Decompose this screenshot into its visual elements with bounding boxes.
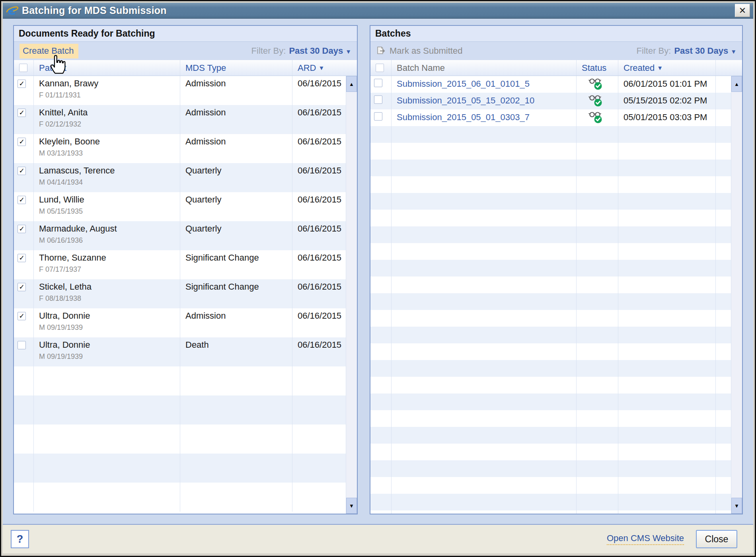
empty-cell xyxy=(618,226,716,243)
patient-demographics: F 07/17/1937 xyxy=(39,265,180,274)
column-header-created[interactable]: Created▼ xyxy=(618,60,716,76)
row-checkbox-cell[interactable]: ✓ xyxy=(14,308,34,337)
scroll-down-button[interactable]: ▼ xyxy=(731,498,742,514)
batches-panel: Batches Mark as Submitted Filter By: Pas… xyxy=(370,25,743,514)
documents-filter-dropdown[interactable]: Past 30 Days▼ xyxy=(289,46,351,56)
mds-type-value: Quarterly xyxy=(185,195,292,205)
documents-panel: Documents Ready for Batching Create Batc… xyxy=(13,25,358,514)
row-checkbox-cell[interactable]: ✓ xyxy=(14,134,34,163)
batches-table-header: Batch Name Status Created▼ xyxy=(370,60,742,76)
row-checkbox[interactable]: ✓ xyxy=(18,167,26,175)
titlebar[interactable]: e Batching for MDS Submission ✕ xyxy=(3,3,753,19)
row-checkbox-cell[interactable]: ✓ xyxy=(14,279,34,308)
document-row[interactable]: ✓Ultra, DonnieM 09/19/1939Admission06/16… xyxy=(14,308,346,337)
row-checkbox[interactable] xyxy=(374,95,382,104)
batch-name-link[interactable]: Submission_2015_06_01_0101_5 xyxy=(397,79,530,89)
row-checkbox-cell[interactable] xyxy=(370,76,392,93)
empty-cell xyxy=(618,243,716,260)
help-button[interactable]: ? xyxy=(11,530,29,548)
row-checkbox[interactable]: ✓ xyxy=(18,225,26,233)
row-end-spacer xyxy=(716,143,731,160)
document-row[interactable]: ✓Knittel, AnitaF 02/12/1932Admission06/1… xyxy=(14,105,346,134)
empty-cell xyxy=(180,395,292,425)
select-all-checkbox[interactable] xyxy=(14,60,34,76)
row-checkbox-cell[interactable] xyxy=(370,93,392,109)
glasses-with-green-check-icon xyxy=(588,78,603,90)
mark-as-submitted-button[interactable]: Mark as Submitted xyxy=(376,46,462,56)
batch-name-cell[interactable]: Submission_2015_06_01_0101_5 xyxy=(392,76,577,93)
document-row[interactable]: ✓Lamascus, TerenceM 04/14/1934Quarterly0… xyxy=(14,163,346,192)
empty-cell xyxy=(577,193,618,210)
empty-row xyxy=(14,395,346,425)
batches-filter-dropdown[interactable]: Past 30 Days▼ xyxy=(674,46,737,56)
row-end-spacer xyxy=(716,310,731,327)
empty-cell xyxy=(618,427,716,444)
empty-row xyxy=(370,427,731,444)
document-row[interactable]: ✓Stickel, LethaF 08/18/1938Significant C… xyxy=(14,279,346,308)
documents-vertical-scrollbar[interactable]: ▲ ▼ xyxy=(346,76,357,514)
empty-row xyxy=(370,277,731,293)
row-checkbox[interactable]: ✓ xyxy=(18,138,26,146)
column-header-batch-name[interactable]: Batch Name xyxy=(392,60,577,76)
empty-row xyxy=(14,483,346,512)
empty-cell xyxy=(577,293,618,310)
mds-type-value: Significant Change xyxy=(185,253,292,263)
empty-cell xyxy=(392,293,577,310)
row-checkbox[interactable] xyxy=(374,112,382,121)
scrollbar-track[interactable] xyxy=(346,92,357,498)
empty-row xyxy=(370,327,731,343)
scroll-up-button[interactable]: ▲ xyxy=(731,76,742,92)
row-checkbox-cell[interactable]: ✓ xyxy=(14,105,34,134)
document-row[interactable]: ✓Marmaduke, AugustM 06/16/1936Quarterly0… xyxy=(14,221,346,250)
row-checkbox[interactable]: ✓ xyxy=(18,283,26,291)
column-header-spacer xyxy=(716,60,742,76)
scroll-up-button[interactable]: ▲ xyxy=(346,76,357,92)
column-header-mds-type[interactable]: MDS Type xyxy=(180,60,292,76)
row-checkbox[interactable]: ✓ xyxy=(18,254,26,262)
batch-row[interactable]: Submission_2015_05_15_0202_10 05/15/2015… xyxy=(370,93,731,109)
document-row[interactable]: ✓Kleylein, BooneM 03/13/1933Admission06/… xyxy=(14,134,346,163)
row-checkbox[interactable]: ✓ xyxy=(18,312,26,320)
row-checkbox-cell[interactable] xyxy=(14,337,34,366)
row-checkbox[interactable] xyxy=(18,341,26,349)
open-cms-website-link[interactable]: Open CMS Website xyxy=(607,533,684,545)
row-checkbox-cell[interactable]: ✓ xyxy=(14,192,34,221)
empty-cell xyxy=(577,393,618,410)
select-all-checkbox[interactable] xyxy=(370,60,392,76)
scrollbar-track[interactable] xyxy=(731,92,742,498)
empty-row xyxy=(14,366,346,395)
batch-name-link[interactable]: Submission_2015_05_15_0202_10 xyxy=(397,95,534,105)
batches-vertical-scrollbar[interactable]: ▲ ▼ xyxy=(731,76,742,514)
document-row[interactable]: ✓Kannan, BrawyF 01/11/1931Admission06/16… xyxy=(14,76,346,105)
row-checkbox-cell[interactable]: ✓ xyxy=(14,221,34,250)
patient-demographics: M 05/15/1935 xyxy=(39,207,180,216)
batch-name-link[interactable]: Submission_2015_05_01_0303_7 xyxy=(397,112,530,122)
row-checkbox[interactable]: ✓ xyxy=(18,196,26,204)
mds-type-cell: Quarterly xyxy=(180,192,292,221)
row-checkbox-cell[interactable]: ✓ xyxy=(14,163,34,192)
batch-name-cell[interactable]: Submission_2015_05_01_0303_7 xyxy=(392,109,577,126)
row-checkbox-cell[interactable] xyxy=(370,109,392,126)
row-checkbox-cell[interactable]: ✓ xyxy=(14,250,34,279)
batch-row[interactable]: Submission_2015_05_01_0303_7 05/01/2015 … xyxy=(370,109,731,126)
column-header-ard[interactable]: ARD▼ xyxy=(292,60,357,76)
batches-table-body: Submission_2015_06_01_0101_5 06/01/2015 … xyxy=(370,76,731,514)
dialog-window: e Batching for MDS Submission ✕ Document… xyxy=(0,0,756,557)
window-close-button[interactable]: ✕ xyxy=(735,4,750,17)
row-checkbox[interactable] xyxy=(374,79,382,87)
document-row[interactable]: Ultra, DonnieM 09/19/1939Death06/16/2015 xyxy=(14,337,346,366)
row-end-spacer xyxy=(716,410,731,427)
document-row[interactable]: ✓Lund, WillieM 05/15/1935Quarterly06/16/… xyxy=(14,192,346,221)
row-checkbox-cell[interactable]: ✓ xyxy=(14,76,34,105)
batch-row[interactable]: Submission_2015_06_01_0101_5 06/01/2015 … xyxy=(370,76,731,93)
document-row[interactable]: ✓Thorne, SuzanneF 07/17/1937Significant … xyxy=(14,250,346,279)
column-header-status[interactable]: Status xyxy=(577,60,618,76)
row-checkbox[interactable]: ✓ xyxy=(18,80,26,88)
scroll-down-button[interactable]: ▼ xyxy=(346,498,357,514)
patient-demographics: M 04/14/1934 xyxy=(39,178,180,187)
batch-name-cell[interactable]: Submission_2015_05_15_0202_10 xyxy=(392,93,577,109)
close-button[interactable]: Close xyxy=(696,530,737,548)
empty-cell xyxy=(577,176,618,193)
row-checkbox[interactable]: ✓ xyxy=(18,109,26,117)
row-end-spacer xyxy=(716,460,731,477)
